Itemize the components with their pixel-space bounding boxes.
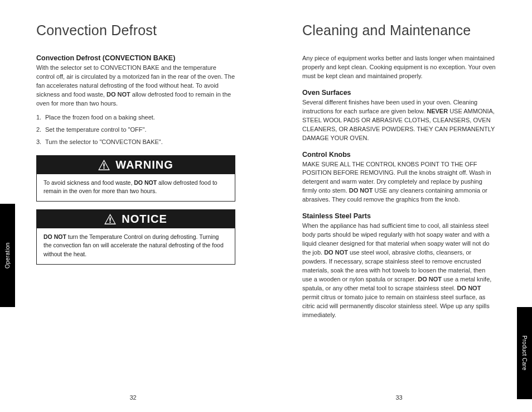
side-tab-operation: Operation bbox=[0, 204, 15, 307]
step-number: 1. bbox=[36, 114, 45, 121]
svg-rect-0 bbox=[104, 163, 105, 166]
step-text: Turn the selector to "CONVECTON BAKE". bbox=[45, 138, 163, 145]
svg-rect-3 bbox=[110, 222, 111, 223]
bold-text: DO NOT bbox=[349, 187, 373, 194]
step-item: 3.Turn the selector to "CONVECTON BAKE". bbox=[36, 138, 235, 145]
svg-rect-2 bbox=[110, 218, 111, 221]
text: permit citrus or tomato juice to remain … bbox=[302, 294, 490, 318]
body-paragraph: MAKE SURE ALL THE CONTROL KNOBS POINT TO… bbox=[302, 160, 496, 205]
step-number: 2. bbox=[36, 126, 45, 133]
text: To avoid sickness and food waste, bbox=[43, 179, 134, 186]
step-number: 3. bbox=[36, 138, 45, 145]
bold-text: DO NOT bbox=[43, 233, 66, 240]
body-paragraph: When the appliance has had sufficient ti… bbox=[302, 222, 496, 319]
notice-label: NOTICE bbox=[122, 213, 167, 226]
manual-spread: Convection Defrost Convection Defrost (C… bbox=[0, 0, 532, 412]
step-text: Place the frozen food on a baking sheet. bbox=[45, 114, 155, 121]
page-left: Convection Defrost Convection Defrost (C… bbox=[0, 0, 266, 412]
steps-list: 1.Place the frozen food on a baking shee… bbox=[36, 114, 235, 145]
bold-text: DO NOT bbox=[134, 179, 157, 186]
page-number: 33 bbox=[395, 394, 402, 401]
intro-paragraph: Any piece of equipment works better and … bbox=[302, 54, 496, 81]
bold-text: NEVER bbox=[427, 108, 448, 114]
bold-text: DO NOT bbox=[107, 91, 130, 98]
text: turn the Temperature Control on during d… bbox=[43, 233, 224, 257]
side-tab-product-care: Product Care bbox=[517, 307, 532, 399]
step-item: 1.Place the frozen food on a baking shee… bbox=[36, 114, 235, 121]
warning-label: WARNING bbox=[115, 159, 173, 171]
intro-paragraph: With the selector set to CONVECTION BAKE… bbox=[36, 64, 235, 108]
notice-header: NOTICE bbox=[37, 210, 235, 228]
warning-callout: WARNING To avoid sickness and food waste… bbox=[36, 155, 235, 202]
warning-body: To avoid sickness and food waste, DO NOT… bbox=[37, 174, 235, 201]
warning-triangle-icon bbox=[98, 160, 110, 170]
warning-triangle-icon bbox=[104, 214, 116, 224]
svg-rect-1 bbox=[104, 167, 105, 169]
page-number: 32 bbox=[129, 394, 136, 401]
bold-text: DO NOT bbox=[324, 249, 348, 256]
section-heading: Control Knobs bbox=[302, 151, 496, 159]
page-title: Cleaning and Maintenance bbox=[302, 22, 496, 39]
page-right: Cleaning and Maintenance Any piece of eq… bbox=[266, 0, 532, 412]
step-item: 2.Set the temperature control to "OFF". bbox=[36, 126, 235, 133]
warning-header: WARNING bbox=[37, 156, 235, 174]
section-heading: Stainless Steel Parts bbox=[302, 212, 496, 220]
bold-text: DO NOT bbox=[418, 276, 442, 282]
step-text: Set the temperature control to "OFF". bbox=[45, 126, 146, 133]
body-paragraph: Several different finishes have been use… bbox=[302, 98, 496, 143]
bold-text: DO NOT bbox=[457, 285, 481, 291]
section-heading: Oven Surfaces bbox=[302, 89, 496, 97]
notice-body: DO NOT turn the Temperature Control on d… bbox=[37, 228, 235, 264]
notice-callout: NOTICE DO NOT turn the Temperature Contr… bbox=[36, 209, 235, 265]
page-title: Convection Defrost bbox=[36, 22, 235, 39]
section-heading: Convection Defrost (CONVECTION BAKE) bbox=[36, 54, 235, 62]
